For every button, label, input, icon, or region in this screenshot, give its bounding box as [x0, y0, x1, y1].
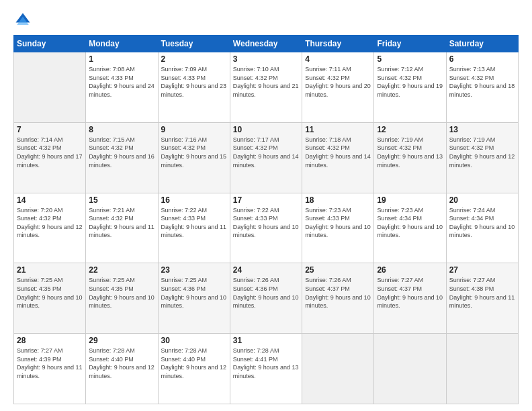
day-number: 22: [89, 265, 154, 275]
calendar-cell: 23 Sunrise: 7:25 AM Sunset: 4:36 PM Dayl…: [158, 263, 230, 334]
day-info: Sunrise: 7:21 AM Sunset: 4:32 PM Dayligh…: [89, 206, 154, 240]
sunset-label: Sunset: 4:33 PM: [161, 75, 206, 81]
calendar-cell: 24 Sunrise: 7:26 AM Sunset: 4:36 PM Dayl…: [230, 263, 302, 334]
sunrise-label: Sunrise: 7:17 AM: [233, 136, 279, 143]
daylight-label: Daylight: 9 hours and 21 minutes.: [233, 83, 299, 98]
daylight-label: Daylight: 9 hours and 10 minutes.: [449, 224, 515, 239]
day-number: 16: [161, 195, 227, 205]
daylight-label: Daylight: 9 hours and 11 minutes.: [17, 364, 83, 379]
sunrise-label: Sunrise: 7:14 AM: [17, 136, 63, 143]
sunrise-label: Sunrise: 7:15 AM: [89, 136, 135, 143]
sunrise-label: Sunrise: 7:27 AM: [449, 277, 496, 283]
day-number: 14: [17, 195, 83, 205]
day-info: Sunrise: 7:27 AM Sunset: 4:37 PM Dayligh…: [377, 276, 443, 310]
day-info: Sunrise: 7:20 AM Sunset: 4:32 PM Dayligh…: [17, 206, 83, 240]
day-info: Sunrise: 7:10 AM Sunset: 4:32 PM Dayligh…: [233, 65, 299, 99]
calendar-cell: 30 Sunrise: 7:28 AM Sunset: 4:40 PM Dayl…: [158, 334, 230, 404]
day-info: Sunrise: 7:26 AM Sunset: 4:36 PM Dayligh…: [233, 276, 299, 310]
day-number: 30: [161, 336, 227, 345]
calendar-cell: 29 Sunrise: 7:28 AM Sunset: 4:40 PM Dayl…: [86, 334, 158, 404]
day-info: Sunrise: 7:22 AM Sunset: 4:33 PM Dayligh…: [161, 206, 227, 240]
calendar-day-header: Sunday: [14, 36, 86, 52]
calendar-week-row: 28 Sunrise: 7:27 AM Sunset: 4:39 PM Dayl…: [14, 334, 519, 404]
calendar-cell: 4 Sunrise: 7:11 AM Sunset: 4:32 PM Dayli…: [302, 52, 374, 123]
calendar-cell: 2 Sunrise: 7:09 AM Sunset: 4:33 PM Dayli…: [158, 52, 230, 123]
day-number: 19: [377, 195, 443, 205]
sunrise-label: Sunrise: 7:13 AM: [449, 66, 496, 73]
calendar-cell: 18 Sunrise: 7:23 AM Sunset: 4:33 PM Dayl…: [302, 193, 374, 263]
calendar-day-header: Monday: [86, 36, 158, 52]
day-info: Sunrise: 7:25 AM Sunset: 4:35 PM Dayligh…: [89, 276, 154, 310]
calendar-header-row: SundayMondayTuesdayWednesdayThursdayFrid…: [14, 36, 519, 52]
daylight-label: Daylight: 9 hours and 10 minutes.: [377, 224, 443, 239]
day-info: Sunrise: 7:19 AM Sunset: 4:32 PM Dayligh…: [449, 136, 515, 169]
day-number: 2: [161, 54, 227, 64]
sunset-label: Sunset: 4:33 PM: [89, 75, 134, 81]
sunrise-label: Sunrise: 7:23 AM: [377, 207, 423, 214]
sunrise-label: Sunrise: 7:22 AM: [233, 207, 279, 214]
sunrise-label: Sunrise: 7:16 AM: [161, 136, 208, 143]
sunset-label: Sunset: 4:37 PM: [377, 285, 422, 292]
sunset-label: Sunset: 4:33 PM: [161, 215, 206, 222]
day-info: Sunrise: 7:23 AM Sunset: 4:34 PM Dayligh…: [377, 206, 443, 240]
sunset-label: Sunset: 4:40 PM: [89, 356, 134, 363]
sunset-label: Sunset: 4:32 PM: [449, 75, 494, 81]
calendar-cell: 26 Sunrise: 7:27 AM Sunset: 4:37 PM Dayl…: [374, 263, 446, 334]
sunrise-label: Sunrise: 7:08 AM: [89, 66, 135, 73]
daylight-label: Daylight: 9 hours and 19 minutes.: [377, 83, 443, 98]
daylight-label: Daylight: 9 hours and 16 minutes.: [89, 153, 154, 169]
day-info: Sunrise: 7:08 AM Sunset: 4:33 PM Dayligh…: [89, 65, 154, 99]
sunset-label: Sunset: 4:32 PM: [377, 75, 422, 81]
calendar-cell: 10 Sunrise: 7:17 AM Sunset: 4:32 PM Dayl…: [230, 122, 302, 193]
day-info: Sunrise: 7:25 AM Sunset: 4:36 PM Dayligh…: [161, 276, 227, 310]
day-number: 27: [449, 265, 515, 275]
day-number: 26: [377, 265, 443, 275]
sunrise-label: Sunrise: 7:27 AM: [17, 347, 63, 354]
sunrise-label: Sunrise: 7:28 AM: [161, 347, 208, 354]
day-number: 9: [161, 125, 227, 134]
day-number: 5: [377, 54, 443, 64]
sunrise-label: Sunrise: 7:09 AM: [161, 66, 208, 73]
daylight-label: Daylight: 9 hours and 10 minutes.: [17, 294, 83, 310]
calendar-cell: 6 Sunrise: 7:13 AM Sunset: 4:32 PM Dayli…: [446, 52, 518, 123]
calendar-cell: [302, 334, 374, 404]
calendar-cell: 25 Sunrise: 7:26 AM Sunset: 4:37 PM Dayl…: [302, 263, 374, 334]
day-info: Sunrise: 7:28 AM Sunset: 4:40 PM Dayligh…: [161, 347, 227, 380]
sunrise-label: Sunrise: 7:12 AM: [377, 66, 423, 73]
daylight-label: Daylight: 9 hours and 17 minutes.: [17, 153, 83, 169]
calendar-cell: 21 Sunrise: 7:25 AM Sunset: 4:35 PM Dayl…: [14, 263, 86, 334]
day-number: 29: [89, 336, 154, 345]
calendar-cell: 12 Sunrise: 7:19 AM Sunset: 4:32 PM Dayl…: [374, 122, 446, 193]
day-number: 12: [377, 125, 443, 134]
calendar-cell: 7 Sunrise: 7:14 AM Sunset: 4:32 PM Dayli…: [14, 122, 86, 193]
daylight-label: Daylight: 9 hours and 12 minutes.: [161, 364, 227, 379]
sunrise-label: Sunrise: 7:26 AM: [233, 277, 279, 283]
daylight-label: Daylight: 9 hours and 10 minutes.: [89, 294, 154, 310]
day-info: Sunrise: 7:16 AM Sunset: 4:32 PM Dayligh…: [161, 136, 227, 169]
daylight-label: Daylight: 9 hours and 10 minutes.: [233, 224, 299, 239]
calendar-week-row: 7 Sunrise: 7:14 AM Sunset: 4:32 PM Dayli…: [14, 122, 519, 193]
daylight-label: Daylight: 9 hours and 10 minutes.: [161, 294, 227, 310]
sunset-label: Sunset: 4:32 PM: [233, 75, 278, 81]
day-info: Sunrise: 7:15 AM Sunset: 4:32 PM Dayligh…: [89, 136, 154, 169]
sunrise-label: Sunrise: 7:25 AM: [161, 277, 208, 283]
calendar-day-header: Wednesday: [230, 36, 302, 52]
sunrise-label: Sunrise: 7:25 AM: [89, 277, 135, 283]
daylight-label: Daylight: 9 hours and 10 minutes.: [305, 224, 371, 239]
day-info: Sunrise: 7:27 AM Sunset: 4:39 PM Dayligh…: [17, 347, 83, 380]
sunset-label: Sunset: 4:35 PM: [89, 285, 134, 292]
sunset-label: Sunset: 4:36 PM: [233, 285, 278, 292]
calendar-cell: 31 Sunrise: 7:28 AM Sunset: 4:41 PM Dayl…: [230, 334, 302, 404]
calendar-cell: 9 Sunrise: 7:16 AM Sunset: 4:32 PM Dayli…: [158, 122, 230, 193]
calendar-cell: 5 Sunrise: 7:12 AM Sunset: 4:32 PM Dayli…: [374, 52, 446, 123]
calendar-cell: 1 Sunrise: 7:08 AM Sunset: 4:33 PM Dayli…: [86, 52, 158, 123]
sunrise-label: Sunrise: 7:27 AM: [377, 277, 423, 283]
day-number: 17: [233, 195, 299, 205]
sunset-label: Sunset: 4:34 PM: [377, 215, 422, 222]
daylight-label: Daylight: 9 hours and 11 minutes.: [89, 224, 154, 239]
day-info: Sunrise: 7:27 AM Sunset: 4:38 PM Dayligh…: [449, 276, 515, 310]
sunset-label: Sunset: 4:32 PM: [305, 144, 350, 151]
calendar-cell: 17 Sunrise: 7:22 AM Sunset: 4:33 PM Dayl…: [230, 193, 302, 263]
sunset-label: Sunset: 4:32 PM: [161, 144, 206, 151]
day-info: Sunrise: 7:28 AM Sunset: 4:40 PM Dayligh…: [89, 347, 154, 380]
